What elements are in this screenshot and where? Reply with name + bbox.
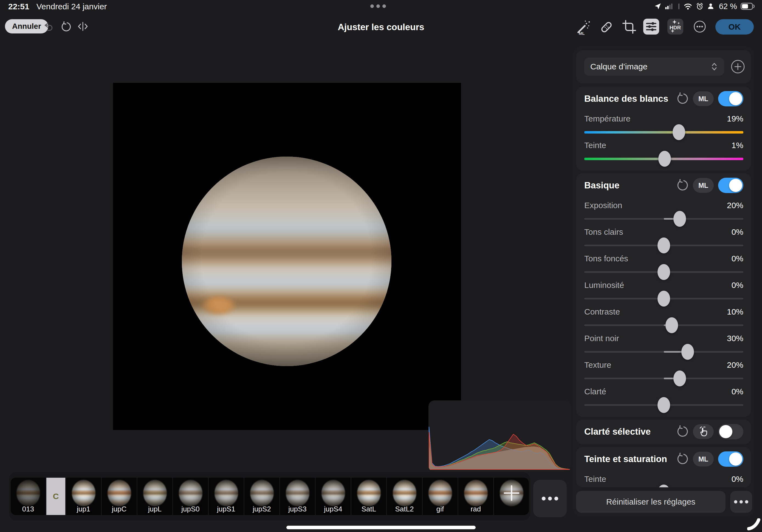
add-image-icon — [502, 483, 521, 503]
slider-row: Température19% — [584, 113, 743, 139]
filmstrip-item-jupS3[interactable]: jupS3 — [280, 478, 315, 515]
color-adjustments-button[interactable] — [643, 19, 659, 35]
filmstrip-more-button[interactable] — [533, 480, 567, 517]
footer-more-button[interactable] — [730, 491, 752, 513]
more-options-icon[interactable] — [693, 20, 706, 33]
reset-section-icon[interactable] — [676, 92, 688, 105]
home-indicator[interactable] — [286, 526, 476, 529]
filmstrip-item-rad[interactable]: rad — [458, 478, 493, 515]
filmstrip-item-label: jupS1 — [209, 505, 244, 513]
reset-settings-button[interactable]: Réinitialiser les réglages — [576, 491, 725, 513]
reset-section-icon[interactable] — [676, 425, 688, 438]
layer-selector-box: Calque d’image — [576, 50, 751, 83]
slider-thumb[interactable] — [673, 211, 686, 227]
section-toggle[interactable] — [718, 451, 743, 467]
thumbnail-planet — [322, 480, 345, 506]
slider-track-temperature[interactable] — [584, 131, 743, 133]
ok-button[interactable]: OK — [715, 19, 754, 35]
section-title: Basique — [584, 180, 676, 190]
hdr-label: HDR — [669, 25, 681, 31]
location-icon — [654, 3, 661, 10]
filmstrip-item-013[interactable]: 013 — [11, 478, 45, 515]
ml-button[interactable]: ML — [693, 91, 714, 106]
slider-thumb[interactable] — [657, 264, 670, 280]
svg-text:ML: ML — [579, 31, 585, 35]
section-teinte-et-saturation: Teinte et saturationMLTeinte0% — [576, 447, 751, 487]
slider-label: Température — [584, 114, 630, 123]
thumbnail-planet — [214, 480, 238, 506]
filmstrip-item-label: SatL2 — [387, 505, 422, 513]
filmstrip-item-gif[interactable]: gif — [423, 478, 458, 515]
thumbnail-planet — [357, 480, 381, 506]
wifi-icon — [684, 3, 692, 10]
filmstrip: 013Cjup1jupCjupLjupS0jupS1jupS2jupS3jupS… — [9, 472, 530, 520]
section-title: Balance des blancs — [584, 94, 676, 104]
slider-label: Contraste — [584, 307, 620, 317]
slider-value: 0% — [731, 227, 743, 237]
slider-thumb[interactable] — [673, 370, 686, 386]
slider-thumb[interactable] — [681, 344, 694, 360]
slider-value: 0% — [731, 254, 743, 263]
section-toggle[interactable] — [718, 178, 743, 193]
slider-value: 20% — [727, 360, 743, 370]
ml-button[interactable]: ML — [693, 178, 714, 193]
status-time: 22:51 — [8, 2, 29, 11]
section-toggle[interactable] — [718, 424, 743, 439]
slider-thumb[interactable] — [657, 291, 670, 307]
slider-value: 30% — [727, 334, 743, 343]
layer-select-value: Calque d’image — [590, 62, 711, 71]
slider-thumb[interactable] — [665, 317, 678, 333]
corner-gesture-mark — [747, 518, 760, 530]
filmstrip-item-jupS2[interactable]: jupS2 — [244, 478, 279, 515]
ml-enhance-wand-icon[interactable]: ML — [576, 20, 591, 35]
thumbnail-planet — [143, 480, 167, 506]
filmstrip-item-label: jupS4 — [316, 505, 350, 513]
filmstrip-item-jupS0[interactable]: jupS0 — [173, 478, 208, 515]
filmstrip-item-jup1[interactable]: jup1 — [66, 478, 101, 515]
filmstrip-item-label: jupS0 — [173, 505, 208, 513]
slider-value: 1% — [731, 141, 743, 150]
great-red-spot — [201, 295, 236, 316]
layer-select[interactable]: Calque d’image — [584, 58, 724, 76]
slider-thumb[interactable] — [657, 485, 670, 488]
filmstrip-item-jupS4[interactable]: jupS4 — [316, 478, 350, 515]
battery-icon — [741, 2, 755, 10]
image-canvas[interactable] — [113, 83, 461, 430]
ml-button[interactable]: ML — [693, 452, 714, 467]
reset-section-icon[interactable] — [676, 453, 688, 465]
toggle-knob — [729, 452, 742, 466]
filmstrip-item-label: SatL — [351, 505, 386, 513]
thumbnail-planet — [428, 480, 452, 506]
filmstrip-add-button[interactable] — [494, 478, 529, 515]
select-chevrons-icon — [711, 62, 718, 71]
filmstrip-item-card[interactable]: C — [46, 478, 65, 515]
filmstrip-item-SatL[interactable]: SatL — [351, 478, 386, 515]
filmstrip-item-SatL2[interactable]: SatL2 — [387, 478, 422, 515]
repair-bandage-icon[interactable] — [599, 20, 614, 35]
histogram-chart — [428, 400, 571, 472]
thumbnail-planet — [72, 480, 96, 506]
sliders-icon — [646, 21, 657, 33]
toggle-knob — [729, 92, 742, 105]
filmstrip-item-jupL[interactable]: jupL — [137, 478, 172, 515]
slider-thumb[interactable] — [657, 238, 670, 253]
slider-label: Teinte — [584, 474, 606, 484]
section-toggle[interactable] — [718, 91, 743, 107]
add-adjustment-layer-button[interactable] — [731, 59, 745, 74]
alarm-icon — [696, 2, 704, 10]
slider-value: 10% — [727, 307, 743, 317]
slider-label: Teinte — [584, 141, 606, 150]
slider-thumb[interactable] — [658, 151, 671, 167]
hdr-button[interactable]: HDR — [667, 19, 683, 35]
filmstrip-item-jupS1[interactable]: jupS1 — [209, 478, 244, 515]
hand-pick-button[interactable] — [693, 424, 714, 439]
histogram-panel — [428, 400, 571, 472]
slider-thumb[interactable] — [673, 124, 685, 140]
thumbnail-planet — [286, 480, 309, 506]
sparkle-icon — [672, 20, 677, 24]
filmstrip-item-jupC[interactable]: jupC — [102, 478, 137, 515]
crop-icon[interactable] — [622, 20, 636, 34]
slider-thumb[interactable] — [657, 397, 670, 413]
reset-section-icon[interactable] — [676, 179, 688, 192]
thumbnail-planet — [17, 480, 40, 506]
